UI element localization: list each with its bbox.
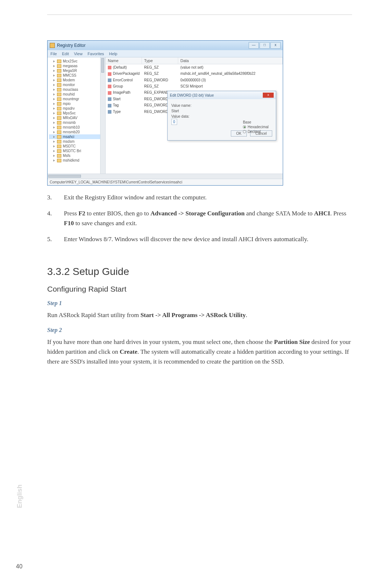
tree-node[interactable]: MSDTC [49, 144, 105, 149]
tree-node[interactable]: MRxDAV [49, 115, 105, 120]
tree-node[interactable]: msdsm [49, 139, 105, 144]
tree-node[interactable]: mouclass [49, 87, 105, 92]
registry-editor-window: Registry Editor — □ x File Edit View Fav… [47, 40, 283, 186]
section-heading: 3.3.2 Setup Guide [47, 266, 352, 277]
page-number: 40 [16, 563, 23, 570]
col-type[interactable]: Type [142, 57, 178, 64]
col-data[interactable]: Data [178, 57, 283, 64]
value-row[interactable]: GroupREG_SZSCSI Miniport [106, 83, 283, 89]
tree-node[interactable]: Modem [49, 78, 105, 82]
app-icon [50, 43, 55, 48]
language-label: English [16, 484, 24, 508]
value-data-input[interactable]: 0 [171, 119, 177, 125]
instruction-item: 5.Enter Windows 8/7. Windows will discov… [47, 235, 352, 244]
base-label: Base [243, 120, 269, 124]
step2-label: Step 2 [47, 327, 352, 333]
step2-text: If you have more than one hard drives in… [47, 337, 352, 367]
radio-dec-label: Decimal [248, 130, 261, 134]
radio-hex[interactable] [243, 125, 246, 129]
value-data-label: Value data: [171, 114, 272, 118]
tree-node[interactable]: mpsdrv [49, 106, 105, 111]
tree-node[interactable]: mouhid [49, 92, 105, 97]
instruction-list: 3.Exit the Registry Editor window and re… [47, 193, 352, 244]
page-top-divider [47, 15, 352, 15]
sub-heading: Configuring Rapid Start [47, 285, 352, 293]
radio-dec[interactable] [243, 130, 246, 133]
menu-help[interactable]: Help [109, 52, 118, 56]
radio-hex-label: Hexadecimal [248, 125, 269, 129]
value-list-pane: Name Type Data (Default)REG_SZ(value not… [106, 57, 283, 174]
instruction-item: 3.Exit the Registry Editor window and re… [47, 193, 352, 202]
value-name-value: Start [171, 109, 272, 113]
tree-node[interactable]: mrxsmb20 [49, 130, 105, 134]
tree-node[interactable]: MSDTC Bri [49, 149, 105, 153]
edit-dword-dialog: Edit DWORD (32-bit) Value x Value name: … [167, 91, 276, 141]
window-title: Registry Editor [57, 43, 249, 48]
minimize-button[interactable]: — [249, 42, 259, 49]
menu-edit[interactable]: Edit [62, 52, 69, 56]
tree-node[interactable]: mpio [49, 101, 105, 106]
tree-node[interactable]: megasas [49, 64, 105, 68]
menu-favorites[interactable]: Favorites [87, 52, 104, 56]
menu-file[interactable]: File [50, 52, 57, 56]
col-name[interactable]: Name [106, 57, 142, 64]
tree-node[interactable]: mrxsmb10 [49, 125, 105, 130]
value-row[interactable]: DriverPackageIdREG_SZmshdc.inf_amd64_neu… [106, 70, 283, 77]
tree-node[interactable]: mountmgr [49, 97, 105, 101]
registry-tree[interactable]: Mcx2SvcmegasasMegaSRMMCSSModemmonitormou… [48, 57, 106, 174]
tree-node[interactable]: mrxsmb [49, 120, 105, 125]
menu-view[interactable]: View [74, 52, 83, 56]
tree-node[interactable]: MpsSvc [49, 111, 105, 115]
base-group: Base Hexadecimal Decimal [243, 120, 269, 134]
value-row[interactable]: ErrorControlREG_DWORD0x00000003 (3) [106, 77, 283, 83]
tree-node[interactable]: MegaSR [49, 68, 105, 73]
dialog-close-button[interactable]: x [263, 93, 274, 98]
step1-label: Step 1 [47, 300, 352, 307]
tree-scrollbar[interactable] [100, 57, 105, 174]
value-row[interactable]: (Default)REG_SZ(value not set) [106, 64, 283, 70]
window-titlebar: Registry Editor — □ x [48, 41, 283, 50]
value-name-label: Value name: [171, 104, 272, 108]
tree-node[interactable]: Msfs [49, 153, 105, 158]
instruction-item: 4.Press F2 to enter BIOS, then go to Adv… [47, 209, 352, 228]
list-header: Name Type Data [106, 57, 283, 64]
dialog-title: Edit DWORD (32-bit) Value [170, 93, 214, 97]
tree-node[interactable]: Mcx2Svc [49, 59, 105, 64]
tree-node[interactable]: mshidkmd [49, 158, 105, 163]
status-bar: Computer\HKEY_LOCAL_MACHINE\SYSTEM\Curre… [48, 179, 283, 185]
tree-node[interactable]: monitor [49, 82, 105, 87]
horizontal-scrollbar[interactable] [48, 174, 283, 179]
menu-bar: File Edit View Favorites Help [48, 50, 283, 57]
step1-text: Run ASRock Rapid Start utility from Star… [47, 310, 352, 320]
tree-node[interactable]: msahci [49, 134, 105, 139]
close-button[interactable]: x [270, 42, 281, 49]
maximize-button[interactable]: □ [260, 42, 270, 49]
tree-node[interactable]: MMCSS [49, 73, 105, 78]
